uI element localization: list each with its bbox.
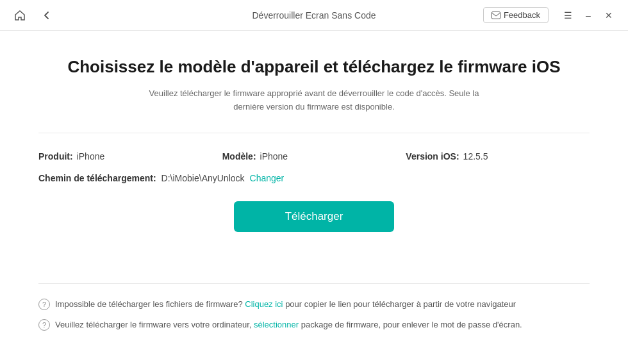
help-icon-2: ? xyxy=(38,319,50,331)
title-bar-right: Feedback ☰ – ✕ xyxy=(483,6,618,24)
menu-button[interactable]: ☰ xyxy=(559,6,577,24)
ios-version-value: 12.5.5 xyxy=(463,151,488,161)
ios-version-label: Version iOS: xyxy=(406,151,459,161)
title-bar-left xyxy=(10,6,56,25)
divider-top xyxy=(38,133,590,133)
help-text-1: Impossible de télécharger les fichiers d… xyxy=(55,298,516,311)
product-item: Produit: iPhone xyxy=(38,151,222,161)
svg-rect-0 xyxy=(492,12,500,19)
help-text-2: Veuillez télécharger le firmware vers vo… xyxy=(55,318,522,331)
info-row-2: Chemin de téléchargement: D:\iMobie\AnyU… xyxy=(38,173,590,183)
feedback-label: Feedback xyxy=(504,10,540,20)
title-bar: Déverrouiller Ecran Sans Code Feedback ☰… xyxy=(0,0,628,31)
info-row-1: Produit: iPhone Modèle: iPhone Version i… xyxy=(38,151,590,161)
help-text-1-after: pour copier le lien pour télécharger à p… xyxy=(285,299,516,309)
minimize-icon: – xyxy=(586,10,591,21)
close-button[interactable]: ✕ xyxy=(600,6,618,24)
ios-version-item: Version iOS: 12.5.5 xyxy=(406,151,590,161)
page-title: Choisissez le modèle d'appareil et téléc… xyxy=(67,56,560,78)
change-link[interactable]: Changer xyxy=(250,173,285,183)
select-link[interactable]: sélectionner xyxy=(254,320,299,329)
home-button[interactable] xyxy=(10,6,29,25)
product-label: Produit: xyxy=(38,151,73,161)
minimize-button[interactable]: – xyxy=(579,6,597,24)
home-icon xyxy=(15,10,25,21)
page-subtitle: Veuillez télécharger le firmware appropr… xyxy=(135,87,493,114)
model-label: Modèle: xyxy=(222,151,256,161)
button-container: Télécharger xyxy=(38,201,590,258)
product-value: iPhone xyxy=(77,151,105,161)
window-controls: ☰ – ✕ xyxy=(559,6,618,24)
model-item: Modèle: iPhone xyxy=(222,151,406,161)
click-here-link[interactable]: Cliquez ici xyxy=(245,299,283,309)
info-section: Produit: iPhone Modèle: iPhone Version i… xyxy=(38,151,590,277)
back-button[interactable] xyxy=(37,6,56,25)
model-value: iPhone xyxy=(260,151,288,161)
help-text-2-after: package de firmware, pour enlever le mot… xyxy=(301,320,522,329)
feedback-button[interactable]: Feedback xyxy=(483,7,549,23)
back-icon xyxy=(42,11,51,20)
email-icon xyxy=(492,12,500,19)
help-text-1-before: Impossible de télécharger les fichiers d… xyxy=(55,299,243,309)
close-icon: ✕ xyxy=(605,10,613,21)
help-icon-1: ? xyxy=(38,299,50,310)
main-content: Choisissez le modèle d'appareil et téléc… xyxy=(0,31,628,351)
download-path-label: Chemin de téléchargement: xyxy=(38,173,156,183)
help-item-1: ? Impossible de télécharger les fichiers… xyxy=(38,298,590,311)
help-item-2: ? Veuillez télécharger le firmware vers … xyxy=(38,318,590,331)
app-title: Déverrouiller Ecran Sans Code xyxy=(252,10,376,21)
bottom-section: ? Impossible de télécharger les fichiers… xyxy=(38,283,590,338)
download-path-value: D:\iMobie\AnyUnlock xyxy=(161,173,245,183)
help-text-2-before: Veuillez télécharger le firmware vers vo… xyxy=(55,320,251,329)
app-title-text: Déverrouiller Ecran Sans Code xyxy=(252,10,376,21)
download-button[interactable]: Télécharger xyxy=(234,201,395,232)
menu-icon: ☰ xyxy=(564,10,572,21)
